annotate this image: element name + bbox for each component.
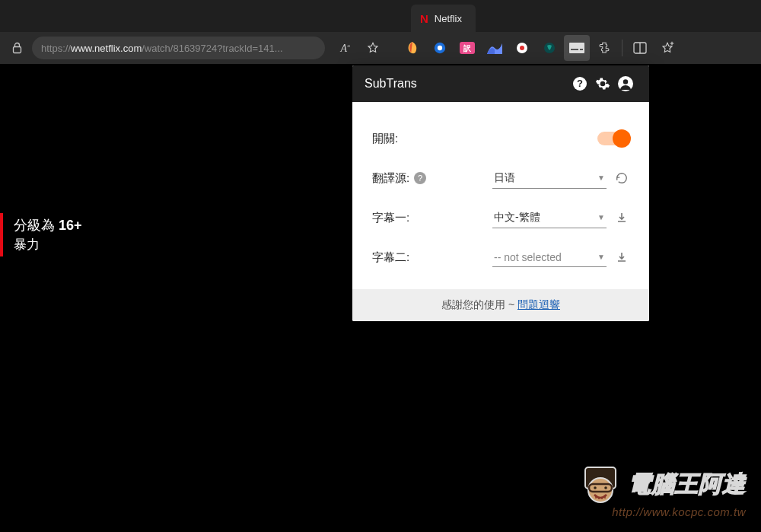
browser-chrome: N Netflix https://www.netflix.com/watch/… — [0, 0, 761, 64]
read-aloud-icon[interactable]: A» — [333, 35, 358, 61]
svg-text:訳: 訳 — [463, 44, 472, 53]
rating-reason: 暴力 — [14, 236, 82, 253]
watermark: 電腦王阿達 http://www.kocpc.com.tw — [581, 464, 746, 518]
svg-point-22 — [594, 486, 597, 489]
chevron-down-icon: ▼ — [597, 174, 605, 182]
sub1-value: 中文-繁體 — [494, 211, 540, 225]
toolbar-icons: A» 訳 — [333, 35, 755, 61]
svg-point-23 — [604, 486, 607, 489]
extension-icon-4[interactable] — [482, 35, 508, 61]
rating-level: 16+ — [59, 218, 82, 233]
sub1-row: 字幕一: 中文-繁體 ▼ — [372, 198, 629, 237]
refresh-icon[interactable] — [614, 170, 629, 186]
tab-title: Netflix — [435, 13, 462, 24]
sub2-row: 字幕二: -- not selected ▼ — [372, 237, 629, 277]
source-label: 翻譯源: ? — [372, 171, 433, 186]
svg-point-6 — [520, 46, 524, 50]
url-host: netflix.com — [94, 43, 142, 54]
switch-label: 開關: — [372, 132, 433, 146]
popup-body: 開關: 翻譯源: ? 日语 ▼ 字幕一: — [352, 102, 649, 289]
watermark-url: http://www.kocpc.com.tw — [581, 505, 746, 518]
url-scheme: https:// — [41, 43, 71, 54]
svg-rect-10 — [580, 49, 583, 50]
popup-header: SubTrans ? — [352, 65, 649, 102]
browser-tab[interactable]: N Netflix — [411, 5, 476, 32]
source-row: 翻譯源: ? 日语 ▼ — [372, 158, 629, 198]
download-icon[interactable] — [614, 210, 629, 225]
sub1-select[interactable]: 中文-繁體 ▼ — [492, 208, 607, 228]
extension-icon-6[interactable] — [537, 35, 562, 61]
svg-rect-8 — [569, 43, 584, 53]
sub2-label: 字幕二: — [372, 250, 433, 265]
source-select[interactable]: 日语 ▼ — [492, 168, 607, 189]
popup-footer: 感謝您的使用 ~ 問題迴響 — [352, 289, 649, 321]
chevron-down-icon: ▼ — [597, 253, 605, 261]
favorite-icon[interactable] — [360, 35, 386, 61]
watermark-text: 電腦王阿達 — [628, 469, 746, 500]
footer-text: 感謝您的使用 ~ — [441, 298, 517, 311]
svg-point-18 — [623, 79, 628, 84]
browser-toolbar: https://www.netflix.com/watch/81639724?t… — [0, 32, 761, 64]
address-bar[interactable]: https://www.netflix.com/watch/81639724?t… — [32, 37, 325, 59]
split-screen-icon[interactable] — [627, 35, 653, 61]
extension-icon-5[interactable] — [509, 35, 535, 61]
help-badge-icon[interactable]: ? — [414, 172, 426, 184]
switch-row: 開關: — [372, 119, 629, 158]
help-icon[interactable]: ? — [568, 72, 591, 95]
extension-icon-3[interactable]: 訳 — [454, 35, 480, 61]
url-sub: www. — [71, 43, 94, 54]
extensions-menu-icon[interactable] — [591, 35, 617, 61]
enable-toggle[interactable] — [597, 132, 629, 145]
extension-icon-1[interactable] — [400, 35, 425, 61]
download-icon[interactable] — [614, 250, 629, 265]
tab-strip: N Netflix — [0, 0, 761, 32]
svg-point-2 — [438, 46, 442, 50]
extension-icon-2[interactable] — [427, 35, 453, 61]
source-value: 日语 — [494, 171, 515, 185]
watermark-avatar-icon — [581, 464, 620, 504]
popup-title: SubTrans — [365, 77, 568, 91]
settings-icon[interactable] — [591, 72, 614, 95]
feedback-link[interactable]: 問題迴響 — [517, 298, 560, 311]
collections-icon[interactable] — [654, 35, 680, 61]
toolbar-divider — [622, 40, 622, 56]
url-path: /watch/81639724?trackId=141... — [142, 43, 282, 54]
svg-rect-9 — [571, 49, 578, 50]
site-info-button[interactable] — [6, 37, 27, 59]
account-icon[interactable] — [614, 72, 637, 95]
sub1-label: 字幕一: — [372, 211, 433, 225]
svg-text:?: ? — [577, 78, 583, 89]
subtrans-popup: SubTrans ? 開關: 翻譯源: ? 日语 ▼ — [352, 65, 649, 321]
chevron-down-icon: ▼ — [597, 213, 605, 221]
sub2-value: -- not selected — [494, 251, 562, 263]
subtrans-extension-icon[interactable] — [564, 35, 590, 61]
netflix-favicon: N — [420, 12, 428, 25]
rating-prefix: 分級為 — [14, 218, 59, 233]
sub2-select[interactable]: -- not selected ▼ — [492, 248, 607, 267]
svg-rect-0 — [13, 47, 21, 53]
rating-line: 分級為 16+ — [14, 216, 82, 234]
content-rating: 分級為 16+ 暴力 — [0, 213, 93, 256]
